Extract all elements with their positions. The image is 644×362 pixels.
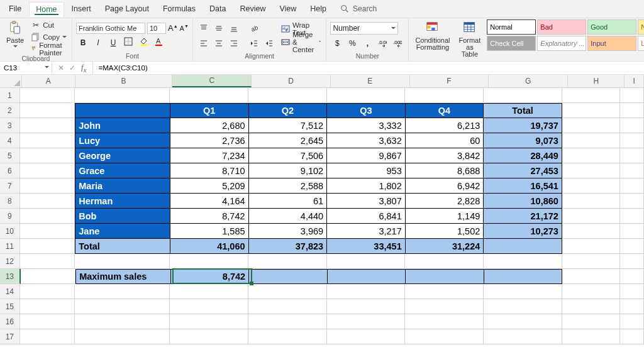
cell[interactable] [562, 239, 620, 254]
tab-view[interactable]: View [273, 2, 303, 16]
cell[interactable] [249, 269, 327, 284]
cell[interactable] [248, 254, 327, 269]
col-header-I[interactable]: I [625, 75, 644, 87]
style-swatch-input[interactable]: Input [587, 36, 636, 51]
cell[interactable] [484, 329, 562, 344]
cell[interactable] [562, 163, 620, 178]
tab-help[interactable]: Help [304, 2, 333, 16]
cell[interactable]: 27,453 [484, 163, 562, 178]
cell[interactable] [562, 224, 620, 239]
row-header-8[interactable]: 8 [0, 194, 20, 209]
cell[interactable]: 1,149 [406, 209, 484, 224]
cell[interactable] [484, 254, 562, 269]
cell[interactable]: Q2 [249, 103, 328, 118]
cell[interactable] [20, 239, 75, 254]
font-name-select[interactable] [76, 23, 145, 34]
style-swatch-normal[interactable]: Normal [487, 19, 536, 35]
row-header-4[interactable]: 4 [0, 133, 20, 148]
percent-format-button[interactable]: % [345, 37, 359, 50]
cell[interactable] [20, 133, 75, 148]
col-header-C[interactable]: C [172, 75, 252, 87]
increase-font-button[interactable]: A▲ [168, 23, 178, 33]
col-header-H[interactable]: H [568, 75, 625, 87]
cell[interactable] [327, 284, 406, 299]
copy-button[interactable]: Copy [30, 31, 68, 42]
cell[interactable] [562, 103, 620, 118]
enter-formula-button[interactable]: ✓ [67, 63, 77, 72]
cell[interactable] [20, 299, 75, 314]
cell[interactable] [327, 299, 406, 314]
cell[interactable] [405, 299, 484, 314]
cell[interactable] [562, 118, 620, 133]
decrease-indent-button[interactable] [247, 37, 261, 50]
bold-button[interactable]: B [76, 36, 90, 49]
cell[interactable]: 41,060 [170, 239, 249, 254]
cell[interactable]: Bob [75, 209, 170, 224]
cell[interactable] [562, 178, 620, 194]
col-header-A[interactable]: A [22, 75, 75, 87]
row-header-12[interactable]: 12 [0, 254, 20, 269]
format-painter-button[interactable]: Format Painter [30, 43, 68, 54]
italic-button[interactable]: I [91, 36, 105, 49]
cell[interactable] [75, 299, 170, 314]
cell[interactable] [562, 269, 620, 284]
select-all-corner[interactable] [0, 75, 22, 87]
cell[interactable]: 1,502 [406, 224, 484, 239]
col-header-E[interactable]: E [331, 75, 410, 87]
cell[interactable] [170, 299, 248, 314]
cell[interactable] [248, 284, 327, 299]
increase-indent-button[interactable] [262, 37, 276, 50]
cancel-formula-button[interactable]: ✕ [56, 63, 66, 72]
font-size-select[interactable] [147, 23, 166, 34]
cell[interactable] [484, 239, 562, 254]
cell[interactable] [20, 178, 75, 194]
tab-insert[interactable]: Insert [65, 2, 97, 16]
cell[interactable] [20, 148, 75, 163]
cell[interactable] [20, 163, 75, 178]
cell[interactable] [248, 329, 327, 344]
cell[interactable]: 3,332 [327, 118, 406, 133]
style-swatch-good[interactable]: Good [587, 19, 636, 35]
cell[interactable] [484, 88, 562, 103]
cell[interactable] [20, 194, 75, 209]
cell[interactable] [20, 118, 75, 133]
cell[interactable] [562, 209, 620, 224]
name-box-input[interactable] [3, 63, 39, 72]
cell[interactable]: Q3 [327, 103, 406, 118]
cell[interactable] [248, 314, 327, 329]
row-header-17[interactable]: 17 [0, 329, 20, 344]
cell[interactable]: 3,842 [406, 148, 484, 163]
row-header-16[interactable]: 16 [0, 314, 20, 329]
paste-button[interactable]: Paste [4, 19, 26, 54]
cell[interactable] [75, 254, 170, 269]
cell[interactable]: 7,506 [249, 148, 328, 163]
formula-input[interactable] [97, 63, 640, 72]
cell[interactable]: 8,742 [170, 209, 249, 224]
cell[interactable] [327, 254, 406, 269]
cell[interactable] [562, 133, 620, 148]
cell[interactable] [327, 88, 406, 103]
cell[interactable]: 8,710 [170, 163, 249, 178]
fill-color-button[interactable] [136, 36, 150, 49]
tab-home[interactable]: Home [29, 2, 64, 17]
cell[interactable] [620, 133, 644, 148]
formula-bar[interactable] [93, 62, 644, 74]
tab-file[interactable]: File [3, 2, 28, 16]
cell[interactable]: 16,541 [484, 178, 562, 194]
cell[interactable] [20, 209, 75, 224]
cell[interactable] [620, 239, 644, 254]
cell[interactable] [620, 329, 644, 344]
cell[interactable] [620, 163, 644, 178]
cell[interactable] [75, 284, 170, 299]
col-header-B[interactable]: B [75, 75, 172, 87]
cell[interactable]: 2,680 [170, 118, 249, 133]
cell[interactable]: 1,802 [327, 178, 406, 194]
cell[interactable] [620, 209, 644, 224]
style-swatch-neut[interactable]: Neut [638, 19, 644, 35]
style-swatch-check-cell[interactable]: Check Cell [487, 36, 536, 51]
col-header-D[interactable]: D [252, 75, 331, 87]
cell[interactable]: 19,737 [484, 118, 562, 133]
cell[interactable]: Total [75, 239, 170, 254]
cell[interactable]: 2,736 [170, 133, 249, 148]
cell[interactable] [405, 329, 484, 344]
